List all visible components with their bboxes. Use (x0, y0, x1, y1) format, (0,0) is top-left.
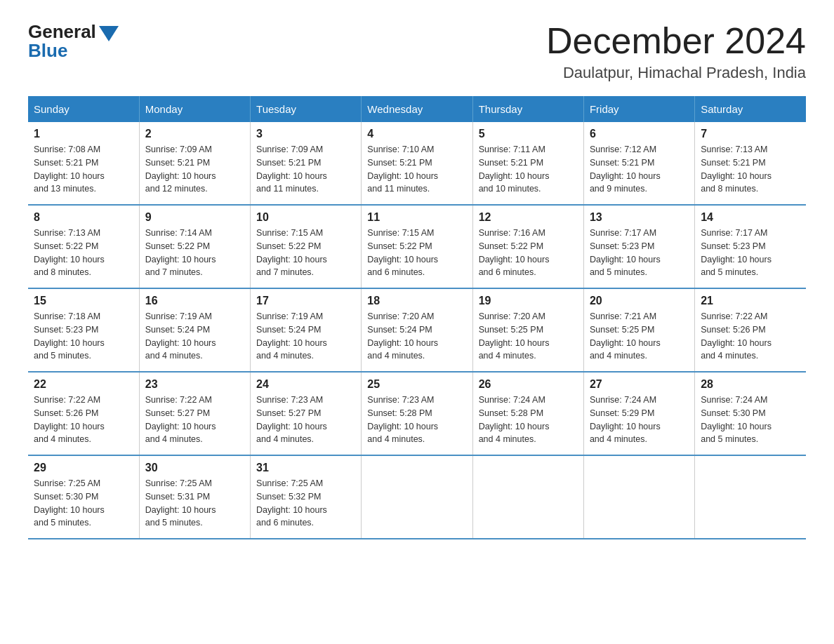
day-info: Sunrise: 7:18 AM Sunset: 5:23 PM Dayligh… (34, 310, 133, 363)
day-number: 12 (479, 211, 578, 224)
title-block: December 2024 Daulatpur, Himachal Prades… (546, 21, 806, 82)
calendar-cell (583, 455, 694, 539)
weekday-header-thursday: Thursday (472, 96, 583, 122)
calendar-cell: 21Sunrise: 7:22 AM Sunset: 5:26 PM Dayli… (695, 288, 806, 372)
calendar-title: December 2024 (546, 21, 806, 61)
day-number: 17 (256, 295, 355, 307)
day-number: 29 (34, 462, 133, 474)
day-info: Sunrise: 7:25 AM Sunset: 5:32 PM Dayligh… (256, 477, 355, 530)
day-info: Sunrise: 7:23 AM Sunset: 5:27 PM Dayligh… (256, 394, 355, 446)
day-number: 19 (479, 295, 578, 307)
calendar-cell (472, 455, 583, 539)
calendar-table: SundayMondayTuesdayWednesdayThursdayFrid… (28, 96, 806, 539)
calendar-week-row: 1Sunrise: 7:08 AM Sunset: 5:21 PM Daylig… (28, 122, 806, 205)
day-info: Sunrise: 7:19 AM Sunset: 5:24 PM Dayligh… (256, 310, 355, 363)
calendar-week-row: 22Sunrise: 7:22 AM Sunset: 5:26 PM Dayli… (28, 372, 806, 455)
calendar-cell: 17Sunrise: 7:19 AM Sunset: 5:24 PM Dayli… (251, 288, 362, 372)
calendar-cell: 28Sunrise: 7:24 AM Sunset: 5:30 PM Dayli… (695, 372, 806, 455)
day-info: Sunrise: 7:10 AM Sunset: 5:21 PM Dayligh… (367, 143, 466, 196)
day-number: 28 (701, 378, 800, 391)
calendar-week-row: 15Sunrise: 7:18 AM Sunset: 5:23 PM Dayli… (28, 288, 806, 372)
day-info: Sunrise: 7:22 AM Sunset: 5:26 PM Dayligh… (701, 310, 800, 363)
calendar-week-row: 8Sunrise: 7:13 AM Sunset: 5:22 PM Daylig… (28, 205, 806, 288)
day-info: Sunrise: 7:17 AM Sunset: 5:23 PM Dayligh… (590, 227, 689, 279)
calendar-cell: 2Sunrise: 7:09 AM Sunset: 5:21 PM Daylig… (139, 122, 250, 205)
day-info: Sunrise: 7:17 AM Sunset: 5:23 PM Dayligh… (701, 227, 800, 279)
calendar-cell: 26Sunrise: 7:24 AM Sunset: 5:28 PM Dayli… (472, 372, 583, 455)
day-number: 31 (256, 462, 355, 474)
calendar-cell: 22Sunrise: 7:22 AM Sunset: 5:26 PM Dayli… (28, 372, 139, 455)
day-info: Sunrise: 7:16 AM Sunset: 5:22 PM Dayligh… (479, 227, 578, 279)
calendar-cell: 23Sunrise: 7:22 AM Sunset: 5:27 PM Dayli… (139, 372, 250, 455)
page-header: General Blue December 2024 Daulatpur, Hi… (28, 21, 806, 82)
day-number: 16 (145, 295, 244, 307)
calendar-cell: 30Sunrise: 7:25 AM Sunset: 5:31 PM Dayli… (139, 455, 250, 539)
day-number: 9 (145, 211, 244, 224)
logo-triangle-icon (99, 26, 119, 41)
weekday-header-friday: Friday (583, 96, 694, 122)
day-number: 20 (590, 295, 689, 307)
day-info: Sunrise: 7:11 AM Sunset: 5:21 PM Dayligh… (479, 143, 578, 196)
calendar-cell: 7Sunrise: 7:13 AM Sunset: 5:21 PM Daylig… (695, 122, 806, 205)
calendar-cell: 20Sunrise: 7:21 AM Sunset: 5:25 PM Dayli… (583, 288, 694, 372)
day-number: 25 (367, 378, 466, 391)
day-info: Sunrise: 7:20 AM Sunset: 5:24 PM Dayligh… (367, 310, 466, 363)
calendar-cell: 29Sunrise: 7:25 AM Sunset: 5:30 PM Dayli… (28, 455, 139, 539)
day-info: Sunrise: 7:13 AM Sunset: 5:21 PM Dayligh… (701, 143, 800, 196)
day-info: Sunrise: 7:24 AM Sunset: 5:30 PM Dayligh… (701, 394, 800, 446)
calendar-cell: 10Sunrise: 7:15 AM Sunset: 5:22 PM Dayli… (251, 205, 362, 288)
calendar-cell: 8Sunrise: 7:13 AM Sunset: 5:22 PM Daylig… (28, 205, 139, 288)
calendar-cell: 19Sunrise: 7:20 AM Sunset: 5:25 PM Dayli… (472, 288, 583, 372)
day-info: Sunrise: 7:24 AM Sunset: 5:29 PM Dayligh… (590, 394, 689, 446)
weekday-header-monday: Monday (139, 96, 250, 122)
day-info: Sunrise: 7:19 AM Sunset: 5:24 PM Dayligh… (145, 310, 244, 363)
day-number: 6 (590, 128, 689, 140)
weekday-header-tuesday: Tuesday (251, 96, 362, 122)
weekday-header-row: SundayMondayTuesdayWednesdayThursdayFrid… (28, 96, 806, 122)
calendar-cell: 27Sunrise: 7:24 AM Sunset: 5:29 PM Dayli… (583, 372, 694, 455)
day-info: Sunrise: 7:15 AM Sunset: 5:22 PM Dayligh… (367, 227, 466, 279)
day-number: 3 (256, 128, 355, 140)
calendar-cell: 15Sunrise: 7:18 AM Sunset: 5:23 PM Dayli… (28, 288, 139, 372)
day-number: 27 (590, 378, 689, 391)
calendar-cell (362, 455, 472, 539)
day-info: Sunrise: 7:09 AM Sunset: 5:21 PM Dayligh… (256, 143, 355, 196)
calendar-cell: 13Sunrise: 7:17 AM Sunset: 5:23 PM Dayli… (583, 205, 694, 288)
day-number: 8 (34, 211, 133, 224)
day-info: Sunrise: 7:21 AM Sunset: 5:25 PM Dayligh… (590, 310, 689, 363)
day-number: 5 (479, 128, 578, 140)
day-number: 18 (367, 295, 466, 307)
calendar-cell: 12Sunrise: 7:16 AM Sunset: 5:22 PM Dayli… (472, 205, 583, 288)
calendar-cell: 24Sunrise: 7:23 AM Sunset: 5:27 PM Dayli… (251, 372, 362, 455)
day-number: 7 (701, 128, 800, 140)
calendar-cell: 11Sunrise: 7:15 AM Sunset: 5:22 PM Dayli… (362, 205, 472, 288)
day-info: Sunrise: 7:20 AM Sunset: 5:25 PM Dayligh… (479, 310, 578, 363)
day-number: 4 (367, 128, 466, 140)
day-info: Sunrise: 7:22 AM Sunset: 5:26 PM Dayligh… (34, 394, 133, 446)
calendar-week-row: 29Sunrise: 7:25 AM Sunset: 5:30 PM Dayli… (28, 455, 806, 539)
calendar-cell: 6Sunrise: 7:12 AM Sunset: 5:21 PM Daylig… (583, 122, 694, 205)
day-number: 30 (145, 462, 244, 474)
day-number: 26 (479, 378, 578, 391)
day-number: 11 (367, 211, 466, 224)
calendar-cell: 16Sunrise: 7:19 AM Sunset: 5:24 PM Dayli… (139, 288, 250, 372)
day-info: Sunrise: 7:09 AM Sunset: 5:21 PM Dayligh… (145, 143, 244, 196)
calendar-cell (695, 455, 806, 539)
weekday-header-saturday: Saturday (695, 96, 806, 122)
calendar-subtitle: Daulatpur, Himachal Pradesh, India (546, 64, 806, 82)
calendar-cell: 3Sunrise: 7:09 AM Sunset: 5:21 PM Daylig… (251, 122, 362, 205)
calendar-cell: 31Sunrise: 7:25 AM Sunset: 5:32 PM Dayli… (251, 455, 362, 539)
day-number: 2 (145, 128, 244, 140)
weekday-header-sunday: Sunday (28, 96, 139, 122)
calendar-cell: 9Sunrise: 7:14 AM Sunset: 5:22 PM Daylig… (139, 205, 250, 288)
calendar-cell: 14Sunrise: 7:17 AM Sunset: 5:23 PM Dayli… (695, 205, 806, 288)
day-info: Sunrise: 7:08 AM Sunset: 5:21 PM Dayligh… (34, 143, 133, 196)
day-number: 10 (256, 211, 355, 224)
calendar-cell: 1Sunrise: 7:08 AM Sunset: 5:21 PM Daylig… (28, 122, 139, 205)
day-info: Sunrise: 7:22 AM Sunset: 5:27 PM Dayligh… (145, 394, 244, 446)
day-number: 24 (256, 378, 355, 391)
day-info: Sunrise: 7:24 AM Sunset: 5:28 PM Dayligh… (479, 394, 578, 446)
day-number: 23 (145, 378, 244, 391)
day-number: 13 (590, 211, 689, 224)
day-info: Sunrise: 7:25 AM Sunset: 5:31 PM Dayligh… (145, 477, 244, 530)
